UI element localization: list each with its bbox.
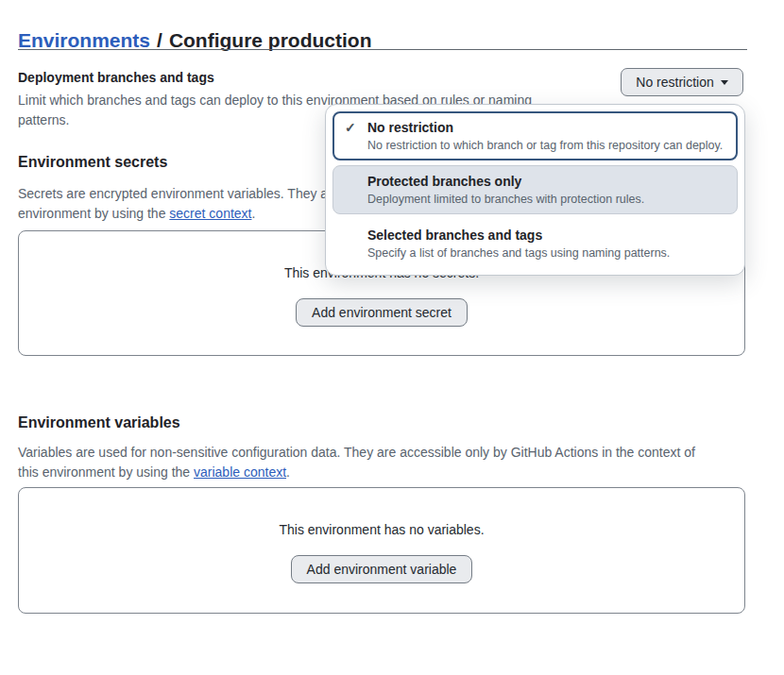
caret-down-icon [721, 80, 728, 85]
dropdown-option-description: Deployment limited to branches with prot… [367, 192, 725, 207]
add-environment-variable-button[interactable]: Add environment variable [291, 555, 473, 583]
variables-empty-box: This environment has no variables. Add e… [18, 487, 745, 614]
branch-restriction-dropdown-menu: ✓ No restriction No restriction to which… [325, 104, 745, 276]
add-environment-secret-button[interactable]: Add environment secret [296, 298, 468, 327]
branch-restriction-dropdown-button[interactable]: No restriction [621, 68, 743, 96]
variables-section-heading: Environment variables [18, 413, 180, 432]
variables-description-line2: this environment by using the variable c… [18, 463, 695, 482]
dropdown-button-label: No restriction [636, 75, 713, 90]
breadcrumb-environments-link[interactable]: Environments [18, 29, 150, 51]
dropdown-option-protected-branches[interactable]: Protected branches only Deployment limit… [332, 165, 738, 214]
variables-section-description: Variables are used for non-sensitive con… [18, 443, 695, 482]
deployment-section-heading: Deployment branches and tags [18, 69, 214, 86]
page-title-text: Configure production [169, 29, 372, 51]
dropdown-option-title: No restriction [367, 119, 725, 136]
secrets-section-heading: Environment secrets [18, 153, 167, 172]
dropdown-option-title: Protected branches only [367, 173, 725, 190]
variable-context-link[interactable]: variable context [194, 464, 286, 480]
breadcrumb-separator: / [157, 29, 162, 51]
secret-context-link[interactable]: secret context [169, 206, 251, 221]
dropdown-option-selected-branches[interactable]: Selected branches and tags Specify a lis… [332, 219, 738, 268]
dropdown-option-description: Specify a list of branches and tags usin… [367, 245, 725, 261]
dropdown-option-title: Selected branches and tags [367, 227, 725, 244]
dropdown-option-description: No restriction to which branch or tag fr… [367, 138, 725, 153]
dropdown-option-no-restriction[interactable]: ✓ No restriction No restriction to which… [332, 111, 738, 160]
variables-empty-text: This environment has no variables. [19, 522, 744, 538]
header-divider [18, 49, 747, 50]
check-icon: ✓ [345, 120, 356, 135]
variables-description-line1: Variables are used for non-sensitive con… [18, 443, 695, 463]
